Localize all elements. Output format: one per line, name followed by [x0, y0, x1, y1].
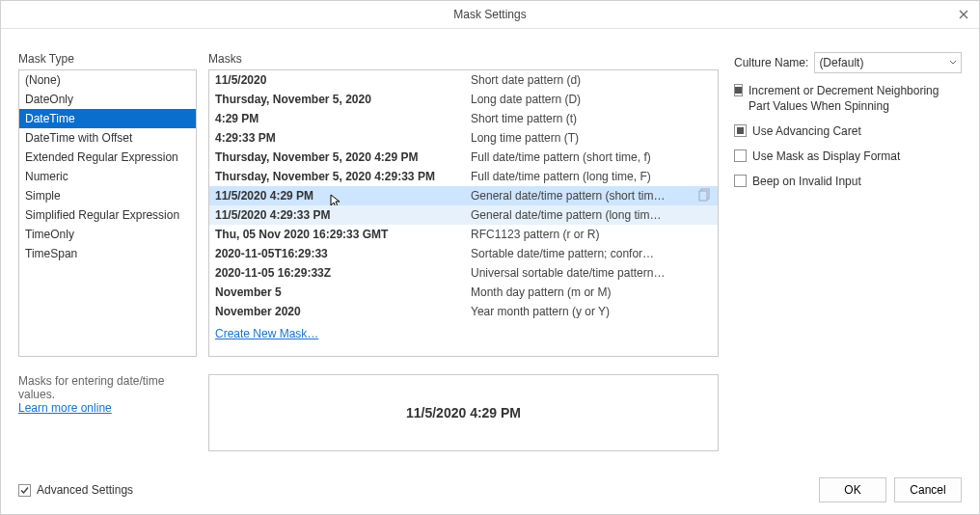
- mask-type-item[interactable]: (None): [19, 70, 196, 90]
- culture-combo[interactable]: (Default): [814, 52, 962, 73]
- mask-example: 2020-11-05T16:29:33: [215, 247, 471, 260]
- advanced-settings-checkbox[interactable]: Advanced Settings: [18, 483, 133, 497]
- cancel-button[interactable]: Cancel: [894, 477, 962, 502]
- mask-example: Thursday, November 5, 2020 4:29:33 PM: [215, 170, 471, 183]
- mask-type-item[interactable]: Simplified Regular Expression: [19, 205, 196, 225]
- mask-row[interactable]: 4:29:33 PMLong time pattern (T): [209, 128, 718, 148]
- copy-icon: [698, 188, 712, 202]
- mask-description: General date/time pattern (short tim…: [471, 189, 712, 203]
- mask-description: Short date pattern (d): [471, 73, 712, 87]
- checkbox-box: [734, 175, 747, 187]
- mask-example: 4:29 PM: [215, 112, 471, 125]
- preview-value: 11/5/2020 4:29 PM: [406, 405, 521, 420]
- mask-type-info-text: Masks for entering date/time values.: [18, 374, 164, 401]
- advanced-settings-label: Advanced Settings: [37, 483, 133, 497]
- mask-description: Month day pattern (m or M): [471, 285, 712, 299]
- options-list: Increment or Decrement Neighboring Part …: [734, 83, 962, 199]
- preview-box: 11/5/2020 4:29 PM: [208, 374, 719, 451]
- titlebar: Mask Settings: [1, 1, 979, 29]
- option-checkbox[interactable]: Increment or Decrement Neighboring Part …: [734, 83, 962, 114]
- mask-example: Thursday, November 5, 2020 4:29 PM: [215, 150, 471, 164]
- mask-type-item[interactable]: DateOnly: [19, 90, 196, 109]
- mask-description: Sortable date/time pattern; confor…: [471, 247, 712, 260]
- mask-type-info: Masks for entering date/time values. Lea…: [18, 374, 197, 415]
- mask-row[interactable]: November 2020Year month pattern (y or Y): [209, 302, 718, 321]
- mask-row[interactable]: Thursday, November 5, 2020Long date patt…: [209, 90, 718, 109]
- options-column: Culture Name: (Default) Increment or Dec…: [730, 52, 962, 466]
- mask-example: November 2020: [215, 305, 471, 318]
- mask-type-item[interactable]: DateTime: [19, 109, 196, 128]
- mask-row[interactable]: Thu, 05 Nov 2020 16:29:33 GMTRFC1123 pat…: [209, 225, 718, 244]
- mask-type-label: Mask Type: [18, 52, 197, 66]
- mask-type-column: Mask Type (None)DateOnlyDateTimeDateTime…: [18, 52, 197, 466]
- mask-description: Short time pattern (t): [471, 112, 712, 125]
- close-button[interactable]: [954, 5, 973, 24]
- mask-description: Long time pattern (T): [471, 131, 712, 145]
- culture-label: Culture Name:: [734, 56, 808, 69]
- mask-description: Year month pattern (y or Y): [471, 305, 712, 318]
- option-label: Beep on Invalid Input: [752, 174, 861, 189]
- learn-more-link[interactable]: Learn more online: [18, 401, 112, 415]
- option-checkbox[interactable]: Use Advancing Caret: [734, 123, 962, 139]
- mask-example: Thu, 05 Nov 2020 16:29:33 GMT: [215, 228, 471, 241]
- mask-type-item[interactable]: Simple: [19, 186, 196, 205]
- dialog-footer: Advanced Settings OK Cancel: [1, 466, 979, 514]
- option-checkbox[interactable]: Beep on Invalid Input: [734, 174, 962, 189]
- option-label: Use Mask as Display Format: [752, 149, 900, 164]
- option-label: Increment or Decrement Neighboring Part …: [749, 83, 962, 114]
- mask-type-item[interactable]: TimeOnly: [19, 225, 196, 244]
- mask-description: RFC1123 pattern (r or R): [471, 228, 712, 241]
- close-icon: [959, 10, 968, 19]
- checkbox-box: [734, 84, 743, 96]
- option-checkbox[interactable]: Use Mask as Display Format: [734, 149, 962, 164]
- culture-value: (Default): [819, 56, 863, 69]
- mask-row[interactable]: 11/5/2020Short date pattern (d): [209, 70, 718, 90]
- mask-type-item[interactable]: TimeSpan: [19, 244, 196, 263]
- mask-type-list[interactable]: (None)DateOnlyDateTimeDateTime with Offs…: [18, 69, 197, 357]
- ok-button[interactable]: OK: [819, 477, 886, 502]
- dialog-body: Mask Type (None)DateOnlyDateTimeDateTime…: [1, 29, 979, 466]
- mask-description: Full date/time pattern (short time, f): [471, 150, 712, 164]
- checkbox-box: [734, 149, 747, 162]
- mask-type-item[interactable]: DateTime with Offset: [19, 128, 196, 148]
- mask-row[interactable]: 4:29 PMShort time pattern (t): [209, 109, 718, 128]
- check-icon: [19, 485, 30, 496]
- mask-settings-dialog: Mask Settings Mask Type (None)DateOnlyDa…: [0, 0, 980, 515]
- mask-type-item[interactable]: Extended Regular Expression: [19, 148, 196, 167]
- mask-example: 4:29:33 PM: [215, 131, 471, 145]
- option-label: Use Advancing Caret: [752, 123, 861, 139]
- mask-example: 2020-11-05 16:29:33Z: [215, 266, 471, 280]
- mask-row[interactable]: 11/5/2020 4:29 PMGeneral date/time patte…: [209, 186, 718, 205]
- mask-row[interactable]: Thursday, November 5, 2020 4:29:33 PMFul…: [209, 167, 718, 186]
- masks-column: Masks 11/5/2020Short date pattern (d)Thu…: [208, 52, 719, 466]
- mask-description: General date/time pattern (long tim…: [471, 208, 712, 222]
- mask-example: 11/5/2020: [215, 73, 471, 87]
- svg-rect-3: [699, 191, 707, 201]
- mask-row[interactable]: 11/5/2020 4:29:33 PMGeneral date/time pa…: [209, 205, 718, 225]
- mask-example: November 5: [215, 285, 471, 299]
- mask-example: Thursday, November 5, 2020: [215, 93, 471, 106]
- mask-type-item[interactable]: Numeric: [19, 167, 196, 186]
- mask-row[interactable]: November 5Month day pattern (m or M): [209, 283, 718, 302]
- masks-list[interactable]: 11/5/2020Short date pattern (d)Thursday,…: [208, 69, 719, 357]
- checkbox-box: [18, 484, 31, 497]
- mask-description: Full date/time pattern (long time, F): [471, 170, 712, 183]
- mask-description: Long date pattern (D): [471, 93, 712, 106]
- chevron-down-icon: [949, 59, 957, 67]
- culture-row: Culture Name: (Default): [734, 52, 962, 73]
- mask-example: 11/5/2020 4:29:33 PM: [215, 208, 471, 222]
- masks-label: Masks: [208, 52, 719, 66]
- mask-row[interactable]: Thursday, November 5, 2020 4:29 PMFull d…: [209, 148, 718, 167]
- create-new-mask-link[interactable]: Create New Mask…: [215, 327, 318, 340]
- create-new-mask-row: Create New Mask…: [209, 321, 718, 340]
- checkbox-box: [734, 124, 747, 137]
- mask-row[interactable]: 2020-11-05T16:29:33Sortable date/time pa…: [209, 244, 718, 263]
- mask-description: Universal sortable date/time pattern…: [471, 266, 712, 280]
- mask-example: 11/5/2020 4:29 PM: [215, 189, 471, 203]
- dialog-title: Mask Settings: [1, 8, 979, 21]
- mask-row[interactable]: 2020-11-05 16:29:33ZUniversal sortable d…: [209, 263, 718, 283]
